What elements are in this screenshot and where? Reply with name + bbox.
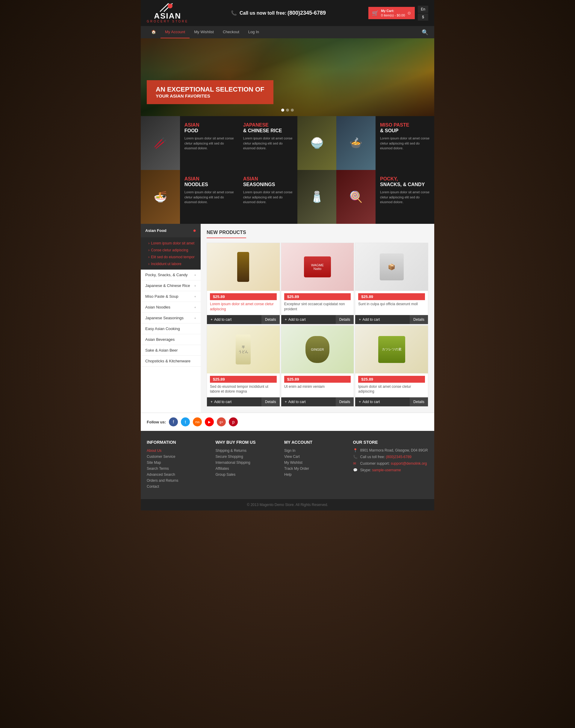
skype-link[interactable]: sample-username: [372, 468, 401, 472]
language-selector[interactable]: En: [418, 6, 428, 13]
sidebar-item-seasonings[interactable]: Japanese Seasonings+: [141, 313, 201, 323]
category-item-2[interactable]: JAPANESE & CHINESE RICE Lorem ipsum dolo…: [239, 116, 337, 170]
category-content-2: JAPANESE & CHINESE RICE Lorem ipsum dolo…: [239, 116, 297, 170]
category-img-3: 🍲: [336, 116, 376, 170]
footer-link-contact[interactable]: Contact: [147, 484, 210, 488]
product-card-6: カツレツの素 $25.89 Ipsum dolor sit amet conse…: [355, 325, 428, 407]
hero-text-banner: AN EXCEPTIONAL SELECTION OF YOUR ASIAN F…: [147, 80, 273, 104]
product-price-2: $25.89: [284, 293, 351, 300]
category-item-5[interactable]: ASIAN SEASONINGS Lorem ipsum dolor sit a…: [239, 170, 337, 224]
product-price-4: $25.89: [210, 376, 277, 383]
footer-link-shipping[interactable]: Shipping & Returns: [215, 448, 278, 453]
details-button-6[interactable]: Details: [410, 397, 428, 406]
footer-link-sitemap[interactable]: Site Map: [147, 460, 210, 465]
footer-main: Information About Us Customer Service Si…: [141, 431, 434, 499]
sidebar-main-menu: Pocky, Snacks, & Candy+ Japanese & Chine…: [141, 269, 201, 367]
footer-link-about[interactable]: About Us: [147, 448, 210, 453]
logo[interactable]: ASIAN GROCERY STORE: [147, 3, 189, 23]
cart-icon: 🛒: [372, 10, 378, 16]
details-button-2[interactable]: Details: [336, 315, 354, 324]
product-actions-6: + Add to cart Details: [355, 397, 428, 406]
add-to-cart-button-5[interactable]: + Add to cart: [281, 397, 336, 406]
hero-dot-2[interactable]: [286, 109, 289, 112]
plus-icon: +: [210, 400, 213, 404]
footer-link-signin[interactable]: Sign In: [284, 448, 347, 453]
footer-why-title: Why buy from us: [215, 440, 278, 445]
svg-point-2: [168, 4, 172, 8]
twitter-icon[interactable]: t: [181, 417, 190, 426]
footer-link-service[interactable]: Customer Service: [147, 454, 210, 459]
footer-link-affiliates[interactable]: Affiliates: [215, 466, 278, 471]
footer-link-search[interactable]: Search Terms: [147, 466, 210, 471]
add-to-cart-button-3[interactable]: + Add to cart: [355, 315, 410, 324]
cart-button[interactable]: 🛒 My Cart: 0 item(s) - $0.00 ⚙: [368, 7, 415, 19]
hero-dots: [281, 109, 294, 112]
footer-link-wishlist[interactable]: My Wishlist: [284, 460, 347, 465]
product-card-3: 📦 $25.89 Sunt in culpa qui officia deser…: [355, 243, 428, 324]
category-item-3[interactable]: 🍲 MISO PASTE & SOUP Lorem ipsum dolor si…: [336, 116, 434, 170]
product-card-1: $25.89 Lorem ipsum dolor sit amet conse …: [207, 243, 280, 324]
sidebar-item-noodles[interactable]: Asian Noodles+: [141, 302, 201, 313]
rss-icon[interactable]: rss: [193, 417, 202, 426]
footer-account-col: My account Sign In View Cart My Wishlist…: [284, 440, 347, 490]
main-nav: 🏠 My Account My Wishlist Checkout Log In…: [141, 26, 434, 38]
product-price-3: $25.89: [358, 293, 425, 300]
nav-item-account[interactable]: My Account: [161, 26, 190, 38]
nav-item-wishlist[interactable]: My Wishlist: [190, 26, 218, 38]
sidebar-item-japanese-rice[interactable]: Japanese & Chinese Rice+: [141, 280, 201, 291]
googleplus-icon[interactable]: g+: [217, 417, 226, 426]
sidebar-item-miso[interactable]: Miso Paste & Soup+: [141, 291, 201, 302]
category-item-1[interactable]: 🥢 ASIAN FOOD Lorem ipsum dolor sit amet …: [141, 116, 239, 170]
add-to-cart-button-4[interactable]: + Add to cart: [207, 397, 262, 406]
product-price-6: $25.89: [358, 376, 425, 383]
category-img-6: 🍭: [336, 170, 376, 224]
details-button-1[interactable]: Details: [262, 315, 280, 324]
nav-item-checkout[interactable]: Checkout: [218, 26, 244, 38]
product-actions-1: + Add to cart Details: [207, 315, 280, 324]
submenu-item-2[interactable]: Conse cletur adipiscing: [141, 247, 201, 253]
email-link[interactable]: support@demolink.org: [391, 462, 427, 466]
nav-item-home[interactable]: 🏠: [147, 26, 161, 38]
search-icon[interactable]: 🔍: [422, 29, 428, 36]
nav-item-login[interactable]: Log In: [244, 26, 264, 38]
footer-link-group[interactable]: Group Sales: [215, 472, 278, 477]
skype-icon: 💬: [353, 468, 358, 472]
footer-link-advanced[interactable]: Advanced Search: [147, 472, 210, 477]
footer-link-viewcart[interactable]: View Cart: [284, 454, 347, 459]
cat-desc-6: Lorem ipsum dolor sit amet conse cletur …: [380, 190, 430, 205]
sidebar-item-pocky[interactable]: Pocky, Snacks, & Candy+: [141, 269, 201, 280]
add-to-cart-button-1[interactable]: + Add to cart: [207, 315, 262, 324]
phone-info: 📞 Call us now toll free: (800)2345-6789: [231, 10, 326, 16]
add-to-cart-button-6[interactable]: + Add to cart: [355, 397, 410, 406]
footer-link-help[interactable]: Help: [284, 472, 347, 477]
product-img-6: カツレツの素: [355, 326, 428, 373]
details-button-5[interactable]: Details: [336, 397, 354, 406]
product-desc-4: Sed do eiusmod tempor incididunt ut labo…: [207, 383, 280, 397]
footer-link-secure[interactable]: Secure Shopping: [215, 454, 278, 459]
footer-link-intl[interactable]: International Shipping: [215, 460, 278, 465]
sidebar-item-sake[interactable]: Sake & Asian Beer: [141, 345, 201, 356]
details-button-4[interactable]: Details: [262, 397, 280, 406]
submenu-item-4[interactable]: Incididunt ut labore: [141, 260, 201, 267]
hero-dot-1[interactable]: [281, 109, 284, 112]
category-img-2: 🍚: [297, 116, 337, 170]
sidebar-item-chopsticks[interactable]: Chopsticks & Kitchenware: [141, 356, 201, 367]
sidebar-item-easy-cooking[interactable]: Easy Asian Cooking: [141, 323, 201, 334]
currency-selector[interactable]: $: [418, 13, 428, 21]
product-actions-2: + Add to cart Details: [281, 315, 354, 324]
category-content-5: ASIAN SEASONINGS Lorem ipsum dolor sit a…: [239, 170, 297, 224]
footer-link-orders[interactable]: Orders and Returns: [147, 478, 210, 483]
youtube-icon[interactable]: ▶: [205, 417, 214, 426]
sidebar-item-beverages[interactable]: Asian Beverages: [141, 334, 201, 345]
category-item-6[interactable]: 🍭 POCKY, SNACKS, & CANDY Lorem ipsum dol…: [336, 170, 434, 224]
details-button-3[interactable]: Details: [410, 315, 428, 324]
category-item-4[interactable]: 🍜 ASIAN NOODLES Lorem ipsum dolor sit am…: [141, 170, 239, 224]
arrow-icon: +: [194, 305, 196, 309]
submenu-item-1[interactable]: Lorem ipsum dolor sit amet: [141, 240, 201, 247]
footer-link-track[interactable]: Track My Order: [284, 466, 347, 471]
hero-dot-3[interactable]: [291, 109, 294, 112]
pinterest-icon[interactable]: p: [229, 417, 238, 426]
submenu-item-3[interactable]: Elit sed do eiusmod tempor: [141, 253, 201, 260]
facebook-icon[interactable]: f: [169, 417, 178, 426]
add-to-cart-button-2[interactable]: + Add to cart: [281, 315, 336, 324]
